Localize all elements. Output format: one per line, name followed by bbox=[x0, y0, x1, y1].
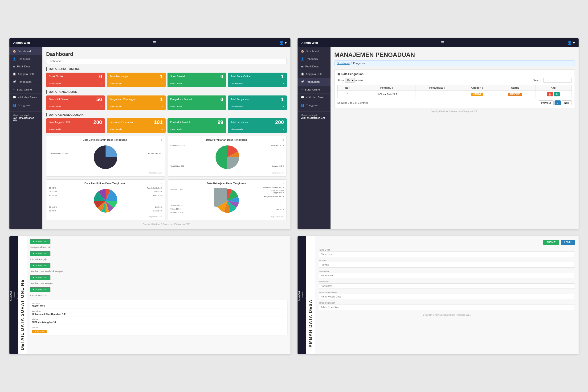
show-entries-select[interactable]: 10 25 50 bbox=[345, 78, 355, 83]
col-status[interactable]: Status bbox=[495, 84, 535, 90]
download-btn-4[interactable]: ⬇ DOWNLOAD bbox=[30, 275, 50, 280]
breadcrumb: Dashboard bbox=[46, 58, 287, 64]
field-kabupaten: Kabupaten bbox=[319, 280, 575, 289]
chart-menu-icon-2[interactable]: ≡ bbox=[283, 138, 284, 142]
anggota-icon: 📋 bbox=[13, 72, 16, 76]
chart-jenis-kelamin: Data Jenis Kelamin Desa Tengkurak ≡ Pere… bbox=[46, 136, 165, 176]
tambah-content: SUBMIT ADMIN Nama Desa Provinsi Kecamata… bbox=[315, 236, 579, 354]
card-pengaduan-selesai: Pengaduan Selesai 0 View Details› bbox=[168, 96, 226, 110]
surat-icon: ✉ bbox=[13, 88, 15, 91]
sidebar-detail: Admin Web Dashboard Penduduk Profil Desa… bbox=[9, 236, 18, 354]
card-total-penduduk: Total Penduduk 200 View Details› bbox=[228, 118, 287, 133]
input-nama-desa[interactable] bbox=[319, 252, 575, 257]
anggota-icon-2: 📋 bbox=[301, 72, 304, 76]
sidebar-item-anggota[interactable]: 📋 Anggota BPD bbox=[9, 70, 42, 78]
sidebar-item-penduduk-2[interactable]: 👤 Penduduk bbox=[297, 55, 330, 63]
surat-online-cards: Surat Ditolak 0 View Details› Surat Menu… bbox=[46, 72, 287, 87]
pie-chart-pernikahan bbox=[214, 144, 240, 170]
charts-row-2: Data Pendidikan Desa Tengkurak ≡ bbox=[46, 180, 287, 220]
sidebar-item-profil-2[interactable]: 🏘 Profil Desa bbox=[297, 63, 330, 70]
hamburger-icon-2[interactable]: ☰ bbox=[441, 40, 444, 45]
breadcrumb-home[interactable]: Dashboard bbox=[337, 62, 350, 64]
download-item-5: ⬇ DOWNLOAD Foto KK Anak 3x4 bbox=[30, 287, 288, 297]
pie-chart-pendidikan bbox=[93, 188, 118, 214]
sidebar-item-penduduk[interactable]: 👤 Penduduk bbox=[9, 55, 42, 63]
hamburger-icon[interactable]: ☰ bbox=[153, 40, 156, 45]
sidebar-item-dashboard[interactable]: 🏠 Dashboard bbox=[9, 48, 42, 55]
field-kecamatan: Kecamatan bbox=[319, 270, 575, 278]
admin-button[interactable]: ADMIN bbox=[561, 240, 575, 245]
sidebar-item-surat[interactable]: ✉ Surat Online bbox=[9, 86, 42, 94]
download-btn-2[interactable]: ⬇ DOWNLOAD bbox=[30, 251, 50, 256]
pengguna-icon-2: 👥 bbox=[301, 104, 304, 107]
sidebar-item-surat-2[interactable]: ✉ Surat Online bbox=[297, 86, 330, 94]
kependudukan-cards: Total Anggota BPD 200 View Details› Pend… bbox=[46, 118, 287, 133]
dashboard-copyright: Copyright © Admin E-Government Tengkurak… bbox=[46, 223, 287, 225]
chart-menu-icon[interactable]: ≡ bbox=[161, 138, 162, 142]
charts-row-1: Data Jenis Kelamin Desa Tengkurak ≡ Pere… bbox=[46, 136, 287, 176]
view-button[interactable]: 👁 bbox=[554, 92, 560, 96]
sidebar-item-pengguna-2[interactable]: 👥 Pengguna bbox=[297, 101, 330, 109]
submit-button[interactable]: SUBMIT bbox=[543, 240, 559, 245]
sidebar-item-anggota-2[interactable]: 📋 Anggota BPD bbox=[297, 70, 330, 78]
profil-icon-2: 🏘 bbox=[301, 65, 304, 68]
nav-dashboard-tambah[interactable]: Dashboard bbox=[301, 290, 304, 300]
table-section-pengaduan: ▦ Data Pengaduan Show 10 25 50 entries bbox=[334, 69, 575, 108]
input-kecamatan[interactable] bbox=[319, 273, 575, 278]
surat-icon-2: ✉ bbox=[301, 88, 303, 91]
delete-button[interactable]: 🗑 bbox=[547, 92, 553, 96]
input-tahun[interactable] bbox=[319, 304, 575, 310]
sidebar-item-pengaduan[interactable]: 📢 Pengaduan bbox=[9, 78, 42, 86]
kritik-icon-2: 💬 bbox=[301, 96, 304, 99]
pengaduan-table: No ↕ Pengadu ↕ Penanggap ↕ Kategori ↕ St… bbox=[337, 84, 572, 98]
download-btn-1[interactable]: ⬇ DOWNLOAD bbox=[30, 239, 50, 244]
profil-icon: 🏘 bbox=[13, 65, 15, 68]
card-penduduk-lakilaki: Penduduk Laki-laki 99 View Details› bbox=[168, 118, 226, 133]
top-nav-pengaduan: Admin Web ☰ 👤 ▾ bbox=[297, 38, 579, 48]
table-footer: Showing 1 to 1 of 1 entries Previous 1 N… bbox=[337, 100, 572, 105]
kategori-badge: UMUM bbox=[471, 93, 482, 96]
sidebar-item-pengguna[interactable]: 👥 Pengguna bbox=[9, 101, 42, 109]
sidebar-pengaduan: 🏠 Dashboard 👤 Penduduk 🏘 Profil Desa 📋 A… bbox=[297, 48, 330, 229]
download-btn-3[interactable]: ⬇ DOWNLOAD bbox=[30, 263, 50, 268]
download-btn-5[interactable]: ⬇ DOWNLOAD bbox=[30, 287, 50, 292]
download-item-4: ⬇ DOWNLOAD Download Data Pengaju... bbox=[30, 275, 288, 285]
sidebar-dashboard: 🏠 Dashboard 👤 Penduduk 🏘 Profil Desa 📋 A… bbox=[9, 48, 42, 229]
sidebar-item-profil[interactable]: 🏘 Profil Desa bbox=[9, 63, 42, 70]
input-kabupaten[interactable] bbox=[319, 283, 575, 289]
pie-chart-kelamin bbox=[93, 144, 118, 170]
sidebar-item-kritik-2[interactable]: 💬 Kritik dan Saran bbox=[297, 94, 330, 101]
input-nama-kades[interactable] bbox=[319, 294, 575, 299]
sidebar-item-kritik[interactable]: 💬 Kritik dan Saran bbox=[9, 94, 42, 101]
col-kategori[interactable]: Kategori ↕ bbox=[459, 84, 495, 90]
col-pengadu[interactable]: Pengadu ↕ bbox=[358, 84, 416, 90]
input-provinsi[interactable] bbox=[319, 262, 575, 268]
field-nama-kades: Nama Kepala Desa bbox=[319, 291, 575, 299]
penduduk-icon: 👤 bbox=[13, 57, 16, 60]
kependudukan-title: DATA KEPENDUDUKAN bbox=[46, 113, 287, 116]
field-tahun: Tahun Pelantikan bbox=[319, 302, 575, 310]
user-icon[interactable]: 👤 ▾ bbox=[279, 40, 287, 45]
previous-button[interactable]: Previous bbox=[539, 100, 554, 105]
user-icon-2[interactable]: 👤 ▾ bbox=[567, 40, 575, 45]
nav-dashboard-detail[interactable]: Dashboard bbox=[13, 290, 16, 300]
col-no: No ↕ bbox=[337, 84, 358, 90]
next-button[interactable]: Next bbox=[562, 100, 572, 105]
search-input[interactable] bbox=[544, 78, 572, 83]
detail-page-title: DETAIL DATA SURAT ONLINE bbox=[18, 236, 27, 354]
download-item-3: ⬇ DOWNLOAD Download Data Penduduk Pengaj… bbox=[30, 263, 288, 273]
detail-surat-screen: Admin Web Dashboard Penduduk Profil Desa… bbox=[9, 236, 291, 354]
page-title: Dashboard bbox=[46, 51, 287, 57]
pagination: Previous 1 Next bbox=[539, 100, 572, 105]
field-nama-desa: Nama Desa bbox=[319, 249, 575, 257]
sidebar-item-pengaduan-2[interactable]: 📢 Pengaduan bbox=[297, 78, 330, 86]
download-item-1: ⬇ DOWNLOAD Surat permohonan KK bbox=[30, 239, 288, 249]
col-penanggap[interactable]: Penanggap ↕ bbox=[416, 84, 459, 90]
sidebar-item-dashboard-2[interactable]: 🏠 Dashboard bbox=[297, 48, 330, 55]
download-item-2: ⬇ DOWNLOAD Foto KTP Pengaju bbox=[30, 251, 288, 261]
page-1-button[interactable]: 1 bbox=[555, 100, 561, 105]
chart-menu-icon-4[interactable]: ≡ bbox=[283, 182, 284, 185]
pengaduan-copyright: Copyright © Admin E-Government Tengkurak… bbox=[334, 110, 575, 112]
chart-menu-icon-3[interactable]: ≡ bbox=[161, 182, 162, 185]
card-surat-selesai: Surat Selesai 0 View Details› bbox=[168, 72, 226, 87]
